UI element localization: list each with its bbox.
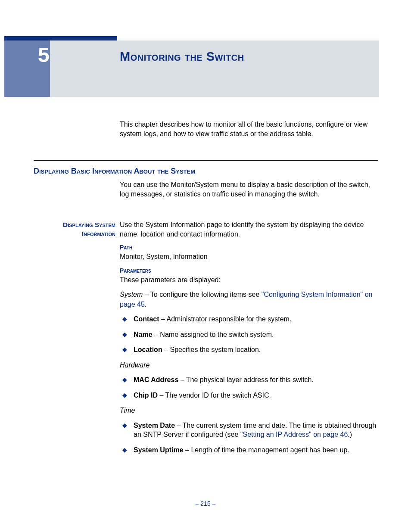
desc: – The physical layer address for this sw…	[178, 376, 314, 383]
desc: – Length of time the management agent ha…	[184, 446, 349, 454]
term: Name	[134, 331, 153, 338]
term: System Date	[134, 422, 175, 429]
list-item: Name – Name assigned to the switch syste…	[120, 330, 378, 339]
chapter-intro: This chapter describes how to monitor al…	[120, 120, 378, 139]
subsection-row: Displaying System Information Use the Sy…	[34, 220, 378, 461]
parameters-label: Parameters	[120, 267, 378, 275]
term: Chip ID	[134, 392, 158, 399]
desc: – Specifies the system location.	[162, 346, 261, 353]
subsection-content: Use the System Information page to ident…	[120, 220, 378, 461]
chapter-title: Monitoring the Switch	[120, 50, 244, 64]
system-paragraph: System – To configure the following item…	[120, 290, 378, 309]
subsection-intro: Use the System Information page to ident…	[120, 220, 378, 240]
page-number: – 215 –	[0, 500, 411, 507]
list-item: Location – Specifies the system location…	[120, 345, 378, 355]
term: System Uptime	[134, 446, 184, 454]
term: Contact	[134, 315, 159, 323]
list-item: System Date – The current system time an…	[120, 421, 378, 439]
time-list: System Date – The current system time an…	[120, 421, 378, 455]
chapter-header-band	[4, 40, 379, 97]
hardware-list: MAC Address – The physical layer address…	[120, 375, 378, 400]
desc: – Name assigned to the switch system.	[153, 331, 274, 338]
list-item: MAC Address – The physical layer address…	[120, 375, 378, 385]
header-accent-bar	[4, 36, 117, 40]
desc: – Administrator responsible for the syst…	[159, 315, 292, 323]
system-text: – To configure the following items see	[143, 291, 261, 298]
parameters-intro: These parameters are displayed:	[120, 275, 378, 285]
link-setting-ip-address[interactable]: "Setting an IP Address" on page 46	[240, 431, 348, 438]
chapter-number: 5	[38, 43, 50, 67]
desc: – The vendor ID for the switch ASIC.	[158, 392, 271, 399]
section-heading: Displaying Basic Information About the S…	[34, 167, 378, 176]
section-body: You can use the Monitor/System menu to d…	[120, 180, 378, 199]
section-divider	[34, 160, 378, 161]
page-content: This chapter describes how to monitor al…	[34, 120, 378, 473]
list-item: Contact – Administrator responsible for …	[120, 314, 378, 324]
desc-post: .)	[348, 431, 352, 438]
term: MAC Address	[134, 376, 178, 383]
term: Location	[134, 346, 162, 353]
path-value: Monitor, System, Information	[120, 252, 378, 261]
list-item: System Uptime – Length of time the manag…	[120, 445, 378, 455]
time-label: Time	[120, 406, 378, 415]
system-list: Contact – Administrator responsible for …	[120, 314, 378, 355]
sidebar-heading-displaying-system-information: Displaying System Information	[34, 220, 120, 461]
path-label: Path	[120, 243, 378, 252]
hardware-label: Hardware	[120, 361, 378, 370]
system-prefix: System	[120, 291, 143, 298]
list-item: Chip ID – The vendor ID for the switch A…	[120, 391, 378, 400]
system-suffix: .	[145, 301, 146, 308]
